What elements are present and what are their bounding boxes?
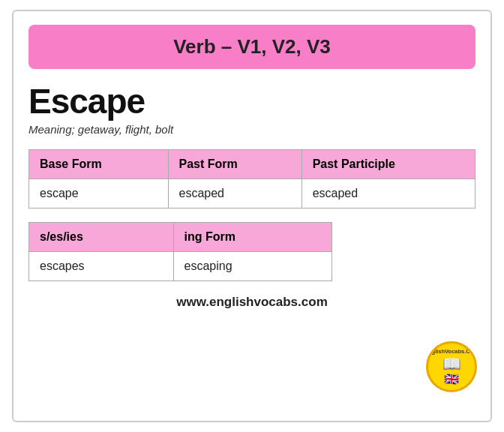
- title-banner: Verb – V1, V2, V3: [28, 25, 476, 69]
- cell-past: escaped: [168, 179, 302, 208]
- website-url: www.englishvocabs.com: [28, 295, 476, 310]
- banner-title: Verb – V1, V2, V3: [173, 35, 331, 58]
- cell-ing: escaping: [173, 252, 332, 281]
- col-header-ing: ing Form: [173, 223, 332, 252]
- cell-base: escape: [29, 179, 169, 208]
- cell-ses: escapes: [29, 252, 174, 281]
- book-icon: 📖: [442, 356, 461, 371]
- col-header-participle: Past Participle: [302, 150, 475, 179]
- flag-icon: 🇬🇧: [444, 372, 459, 386]
- word-meaning: Meaning; getaway, flight, bolt: [28, 123, 476, 136]
- col-header-base: Base Form: [29, 150, 169, 179]
- col-header-past: Past Form: [168, 150, 302, 179]
- verb-table-secondary: s/es/ies ing Form escapes escaping: [28, 222, 332, 281]
- table-row: escape escaped escaped: [29, 179, 476, 208]
- logo-text: EnglishVocabs.Com: [426, 348, 477, 355]
- verb-table-main: Base Form Past Form Past Participle esca…: [28, 149, 476, 208]
- word-heading: Escape: [28, 81, 476, 122]
- cell-participle: escaped: [302, 179, 475, 208]
- col-header-ses: s/es/ies: [29, 223, 174, 252]
- table-row-2: escapes escaping: [29, 252, 332, 281]
- card: Verb – V1, V2, V3 Escape Meaning; getawa…: [12, 10, 492, 422]
- logo-badge: EnglishVocabs.Com 📖 🇬🇧: [426, 341, 477, 392]
